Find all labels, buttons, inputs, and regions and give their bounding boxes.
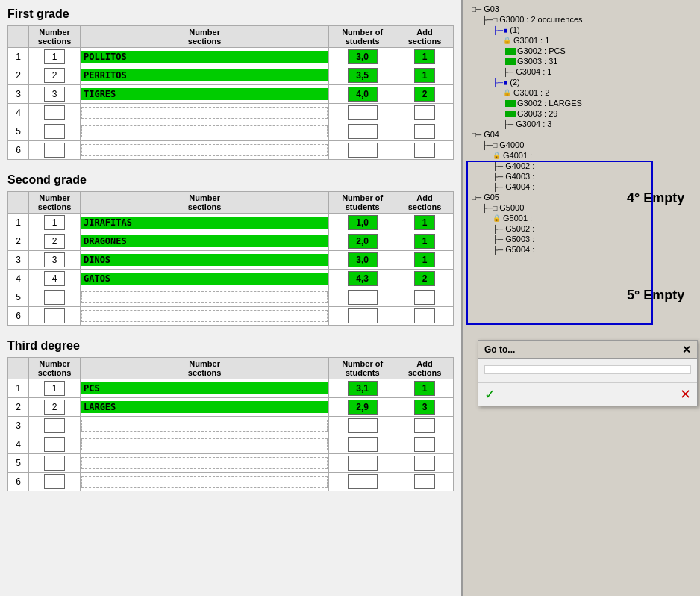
section-number-input[interactable] — [44, 68, 65, 83]
students-input[interactable] — [348, 456, 378, 471]
add-sections-input[interactable] — [414, 400, 435, 415]
goto-cancel-button[interactable]: ✕ — [680, 386, 691, 403]
tree-item-g3_2[interactable]: ├─■(2) — [469, 77, 694, 87]
add-sections-input[interactable] — [414, 252, 435, 267]
goto-close-button[interactable]: ✕ — [682, 344, 691, 356]
students-input[interactable] — [348, 143, 378, 158]
section-name-input[interactable] — [81, 235, 328, 247]
add-sections-input[interactable] — [414, 234, 435, 249]
section-name-empty[interactable] — [81, 438, 328, 450]
section-name-input[interactable] — [81, 401, 328, 413]
add-sections-input[interactable] — [414, 418, 435, 433]
tree-item-G3002_1[interactable]: G3002 : PCS — [469, 46, 694, 56]
section-name-input[interactable] — [81, 69, 328, 81]
section-name-empty[interactable] — [81, 291, 328, 303]
add-sections-input[interactable] — [414, 215, 435, 230]
section-name-input[interactable] — [81, 254, 328, 266]
students-input[interactable] — [348, 400, 378, 415]
students-input[interactable] — [348, 105, 378, 120]
add-sections-input[interactable] — [414, 271, 435, 286]
tree-item-G04[interactable]: □─G04 — [469, 129, 694, 140]
students-input[interactable] — [348, 381, 378, 396]
add-sections-input[interactable] — [414, 68, 435, 83]
students-input[interactable] — [348, 252, 378, 267]
section-number-input[interactable] — [44, 474, 65, 489]
section-name-input[interactable] — [81, 217, 328, 229]
tree-item-G3003_2[interactable]: G3003 : 29 — [469, 108, 694, 119]
tree-item-G4002[interactable]: ├─G4002 : — [469, 161, 694, 171]
section-name-input[interactable] — [81, 273, 328, 285]
add-sections-input[interactable] — [414, 308, 435, 323]
section-number-input[interactable] — [44, 381, 65, 396]
add-sections-input[interactable] — [414, 437, 435, 452]
section-number-input[interactable] — [44, 418, 65, 433]
section-name-input[interactable] — [81, 51, 328, 63]
section-number-input[interactable] — [44, 143, 65, 158]
students-input[interactable] — [348, 437, 378, 452]
add-sections-input[interactable] — [414, 143, 435, 158]
add-sections-input[interactable] — [414, 105, 435, 120]
add-sections-input[interactable] — [414, 456, 435, 471]
section-name-input[interactable] — [81, 382, 328, 394]
tree-item-G5004[interactable]: ├─G5004 : — [469, 244, 694, 255]
students-input[interactable] — [348, 418, 378, 433]
add-sections-input[interactable] — [414, 474, 435, 489]
tree-item-G3003_1[interactable]: G3003 : 31 — [469, 56, 694, 66]
section-number-input[interactable] — [44, 437, 65, 452]
tree-item-icon: ├─■ — [493, 26, 507, 34]
goto-confirm-button[interactable]: ✓ — [484, 386, 496, 403]
students-input[interactable] — [348, 308, 378, 323]
section-name-input[interactable] — [81, 88, 328, 100]
tree-item-G5001[interactable]: 🔒G5001 : — [469, 213, 694, 223]
tree-item-G3001_2[interactable]: 🔒G3001 : 2 — [469, 87, 694, 98]
table-row: 4 — [8, 104, 454, 122]
section-number-input[interactable] — [44, 234, 65, 249]
section-number-input[interactable] — [44, 124, 65, 139]
tree-item-G3004_2[interactable]: ├─G3004 : 3 — [469, 119, 694, 129]
students-input[interactable] — [348, 68, 378, 83]
add-sections-input[interactable] — [414, 49, 435, 64]
tree-item-G5002[interactable]: ├─G5002 : — [469, 223, 694, 234]
goto-school[interactable] — [484, 365, 691, 374]
students-input[interactable] — [348, 290, 378, 305]
tree-item-G4000[interactable]: ├─□G4000 — [469, 140, 694, 150]
add-sections-input[interactable] — [414, 290, 435, 305]
section-number-input[interactable] — [44, 49, 65, 64]
add-sections-input[interactable] — [414, 124, 435, 139]
section-number-input[interactable] — [44, 271, 65, 286]
section-name-empty[interactable] — [81, 420, 328, 432]
add-sections-input[interactable] — [414, 87, 435, 102]
section-name-empty[interactable] — [81, 457, 328, 469]
tree-item-G03[interactable]: □─G03 — [469, 4, 694, 14]
students-input[interactable] — [348, 234, 378, 249]
section-number-input[interactable] — [44, 290, 65, 305]
tree-item-G4003[interactable]: ├─G4003 : — [469, 171, 694, 181]
add-sections-input[interactable] — [414, 381, 435, 396]
students-input[interactable] — [348, 49, 378, 64]
tree-item-G3002_2[interactable]: G3002 : LARGES — [469, 98, 694, 108]
students-input[interactable] — [348, 215, 378, 230]
tree-item-G3000[interactable]: ├─□G3000 : 2 occurrences — [469, 14, 694, 25]
section-number-input[interactable] — [44, 400, 65, 415]
students-input[interactable] — [348, 124, 378, 139]
section-name-empty[interactable] — [81, 107, 328, 119]
tree-item-G3004_1[interactable]: ├─G3004 : 1 — [469, 66, 694, 77]
students-input[interactable] — [348, 87, 378, 102]
section-name-empty[interactable] — [81, 144, 328, 156]
tree-item-G5003[interactable]: ├─G5003 : — [469, 234, 694, 244]
tree-item-G4001[interactable]: 🔒G4001 : — [469, 150, 694, 161]
section-number-input[interactable] — [44, 456, 65, 471]
section-number-input[interactable] — [44, 87, 65, 102]
section-number-input[interactable] — [44, 252, 65, 267]
section-number-input[interactable] — [44, 105, 65, 120]
tree-item-G3001_1[interactable]: 🔒G3001 : 1 — [469, 35, 694, 46]
section-number-input[interactable] — [44, 215, 65, 230]
section-number-input[interactable] — [44, 308, 65, 323]
tree-item-g3_1[interactable]: ├─■(1) — [469, 25, 694, 35]
tree-item-label: G05 — [484, 193, 499, 202]
students-input[interactable] — [348, 474, 378, 489]
section-name-empty[interactable] — [81, 125, 328, 137]
section-name-empty[interactable] — [81, 310, 328, 322]
students-input[interactable] — [348, 271, 378, 286]
section-name-empty[interactable] — [81, 476, 328, 488]
